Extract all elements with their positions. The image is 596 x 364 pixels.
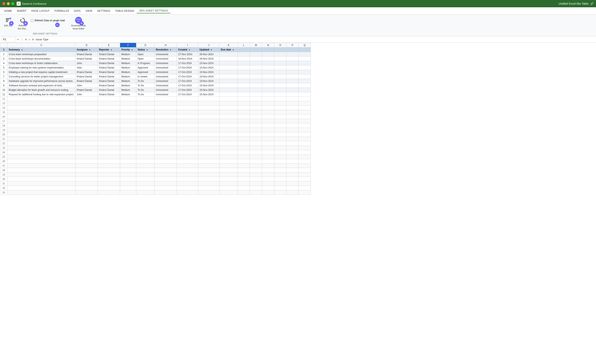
created-cell-7[interactable]: 17-Oct-2024 — [177, 74, 198, 79]
created-cell-10[interactable]: 17-Oct-2024 — [177, 88, 198, 92]
more-options-icon[interactable]: ⋮ — [20, 37, 23, 41]
status-cell-11[interactable]: To Do — [136, 92, 155, 97]
created-header[interactable]: Created ▼ — [177, 47, 198, 52]
due-date-cell-2[interactable] — [219, 52, 238, 57]
created-cell-9[interactable]: 17-Oct-2024 — [177, 83, 198, 88]
priority-header[interactable]: Priority ▼ — [120, 47, 136, 52]
summary-cell-4[interactable]: Cross-team workshops to foster collabora… — [7, 61, 75, 66]
updated-cell-2[interactable]: 28-Nov-2024 — [198, 52, 219, 57]
col-header-i[interactable]: I — [177, 43, 198, 47]
priority-cell-6[interactable]: Medium — [120, 70, 136, 74]
due-date-cell-10[interactable] — [219, 88, 238, 92]
updated-cell-8[interactable]: 19-Nov-2024 — [198, 79, 219, 83]
priority-cell-5[interactable]: Medium — [120, 66, 136, 70]
resolution-cell-3[interactable]: Unresolved — [155, 57, 177, 61]
due-date-cell-9[interactable] — [219, 83, 238, 88]
created-cell-5[interactable]: 17-Oct-2024 — [177, 66, 198, 70]
col-header-p[interactable]: P — [286, 43, 299, 47]
priority-cell-4[interactable]: Medium — [120, 61, 136, 66]
created-cell-3[interactable]: 18-Nov-2024 — [177, 57, 198, 61]
reporter-cell-6[interactable]: Khairul Danial — [98, 70, 120, 74]
summary-cell-2[interactable]: Cross-team workshops preparation — [7, 52, 75, 57]
resolution-cell-9[interactable]: Unresolved — [155, 83, 177, 88]
summary-header[interactable]: Summary ▼ — [7, 47, 75, 52]
summary-cell-7[interactable]: Consulting services for better project m… — [7, 74, 75, 79]
summary-cell-5[interactable]: Employee training for new systems implem… — [7, 66, 75, 70]
priority-cell-9[interactable]: Medium — [120, 83, 136, 88]
due-date-cell-4[interactable] — [219, 61, 238, 66]
summary-cell-3[interactable]: Cross-team workshops documentation — [7, 57, 75, 61]
col-header-q[interactable]: Q — [299, 43, 311, 47]
refresh-data-checkbox[interactable] — [31, 19, 33, 22]
formula-input[interactable]: Issue Type — [35, 38, 594, 41]
col-header-l[interactable]: L — [238, 43, 250, 47]
created-cell-2[interactable]: 27-Nov-2024 — [177, 52, 198, 57]
menu-home[interactable]: HOME — [2, 8, 15, 13]
updated-cell-3[interactable]: 28-Nov-2024 — [198, 57, 219, 61]
assignee-cell-5[interactable]: John — [75, 66, 98, 70]
col-header-d[interactable]: D — [75, 43, 98, 47]
assignee-cell-3[interactable]: Khairul Danial — [75, 57, 98, 61]
priority-cell-8[interactable]: Medium — [120, 79, 136, 83]
resolution-cell-5[interactable]: Unresolved — [155, 66, 177, 70]
due-date-cell-11[interactable] — [219, 92, 238, 97]
reporter-cell-4[interactable]: Khairul Danial — [98, 61, 120, 66]
created-cell-6[interactable]: 17-Oct-2024 — [177, 70, 198, 74]
assignee-cell-11[interactable]: John — [75, 92, 98, 97]
cell-ref-dropdown-icon[interactable]: ▼ — [17, 38, 19, 41]
reporter-cell-11[interactable]: Khairul Danial — [98, 92, 120, 97]
menu-insert[interactable]: INSERT — [15, 8, 29, 13]
status-cell-2[interactable]: Open — [136, 52, 155, 57]
updated-cell-4[interactable]: 15-Nov-2024 — [198, 61, 219, 66]
priority-cell-10[interactable]: Medium — [120, 88, 136, 92]
updated-cell-6[interactable]: 15-Nov-2024 — [198, 70, 219, 74]
updated-cell-10[interactable]: 15-Nov-2024 — [198, 88, 219, 92]
resolution-cell-4[interactable]: Unresolved — [155, 61, 177, 66]
minimize-icon[interactable] — [7, 2, 10, 5]
resolution-header[interactable]: Resolution ▼ — [155, 47, 177, 52]
resolution-cell-11[interactable]: Unresolved — [155, 92, 177, 97]
updated-cell-7[interactable]: 18-Nov-2024 — [198, 74, 219, 79]
resolution-cell-7[interactable]: Unresolved — [155, 74, 177, 79]
summary-cell-9[interactable]: Software licenses renewal and expansion … — [7, 83, 75, 88]
reporter-cell-10[interactable]: Khairul Danial — [98, 88, 120, 92]
updated-cell-11[interactable]: 15-Nov-2024 — [198, 92, 219, 97]
assignee-header[interactable]: Assignee ▼ — [75, 47, 98, 52]
status-header[interactable]: Status ▼ — [136, 47, 155, 52]
status-cell-10[interactable]: To Do — [136, 88, 155, 92]
status-cell-9[interactable]: To Do — [136, 83, 155, 88]
due-date-cell-6[interactable] — [219, 70, 238, 74]
reporter-cell-8[interactable]: Khairul Danial — [98, 79, 120, 83]
col-header-g[interactable]: G — [136, 43, 155, 47]
due-date-cell-8[interactable] — [219, 79, 238, 83]
reporter-cell-5[interactable]: Khairul Danial — [98, 66, 120, 70]
menu-data[interactable]: DATA — [72, 8, 83, 13]
col-header-f[interactable]: F — [120, 43, 136, 47]
formula-check-icon[interactable]: ✓ — [28, 38, 31, 41]
menu-jira-sheet-settings[interactable]: JIRA SHEET SETTINGS — [136, 8, 170, 13]
col-header-o[interactable]: O — [274, 43, 286, 47]
col-header-c[interactable]: C — [7, 43, 75, 47]
col-header-h[interactable]: H — [155, 43, 177, 47]
col-header-e[interactable]: E — [98, 43, 120, 47]
resolution-cell-8[interactable]: Unresolved — [155, 79, 177, 83]
due-date-cell-5[interactable] — [219, 66, 238, 70]
reporter-cell-3[interactable]: Khairul Danial — [98, 57, 120, 61]
summary-cell-11[interactable]: Request for additional funding due to ne… — [7, 92, 75, 97]
resolution-cell-2[interactable]: Unresolved — [155, 52, 177, 57]
due-date-cell-3[interactable] — [219, 57, 238, 61]
col-header-m[interactable]: M — [250, 43, 262, 47]
col-header-n[interactable]: N — [262, 43, 274, 47]
menu-settings[interactable]: SETTINGS — [95, 8, 112, 13]
reporter-cell-9[interactable]: Khairul Danial — [98, 83, 120, 88]
created-cell-4[interactable]: 17-Oct-2024 — [177, 61, 198, 66]
updated-header[interactable]: Updated ▼ — [198, 47, 219, 52]
summary-cell-6[interactable]: Initiating a new project that requires c… — [7, 70, 75, 74]
bulk-issue-editor-button[interactable]: Excel Edit D Excel-like Bulk Issue Edito… — [70, 16, 87, 31]
reporter-cell-2[interactable]: Khairul Danial — [98, 52, 120, 57]
due-date-cell-7[interactable] — [219, 74, 238, 79]
priority-cell-3[interactable]: Medium — [120, 57, 136, 61]
assignee-cell-8[interactable]: Khairul Danial — [75, 79, 98, 83]
menu-view[interactable]: VIEW — [83, 8, 95, 13]
summary-cell-8[interactable]: Hardware upgrade for improved performanc… — [7, 79, 75, 83]
